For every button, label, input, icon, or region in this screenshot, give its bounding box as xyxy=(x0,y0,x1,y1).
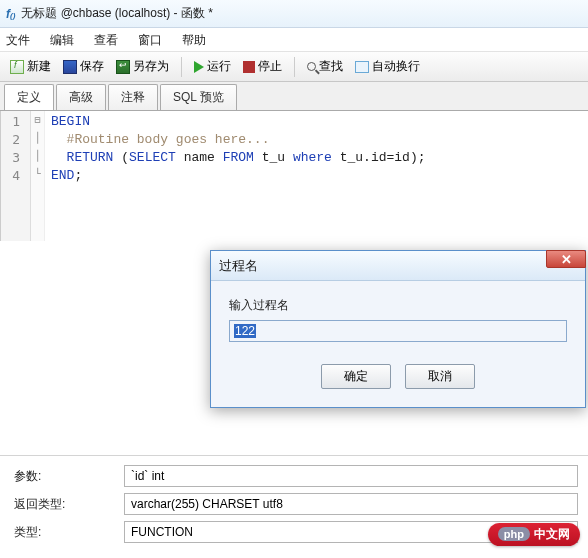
app-icon: f() xyxy=(6,7,15,21)
save-button[interactable]: 保存 xyxy=(59,56,108,77)
wrap-label: 自动换行 xyxy=(372,58,420,75)
type-label: 类型: xyxy=(14,524,124,541)
window-title: 无标题 @chbase (localhost) - 函数 * xyxy=(21,5,213,22)
menu-view[interactable]: 查看 xyxy=(94,32,118,49)
wrap-icon xyxy=(355,61,369,73)
save-icon xyxy=(63,60,77,74)
close-icon: ✕ xyxy=(561,252,572,267)
saveas-label: 另存为 xyxy=(133,58,169,75)
cancel-button[interactable]: 取消 xyxy=(405,364,475,389)
play-icon xyxy=(194,61,204,73)
dialog-close-button[interactable]: ✕ xyxy=(546,250,586,268)
kw-begin: BEGIN xyxy=(51,114,90,129)
saveas-icon xyxy=(116,60,130,74)
bottom-panel: 参数: `id` int 返回类型: varchar(255) CHARSET … xyxy=(0,455,588,558)
run-label: 运行 xyxy=(207,58,231,75)
params-row: 参数: `id` int xyxy=(14,462,578,490)
tab-strip: 定义 高级 注释 SQL 预览 xyxy=(0,82,588,111)
window-titlebar: f() 无标题 @chbase (localhost) - 函数 * xyxy=(0,0,588,28)
params-value: `id` int xyxy=(131,469,164,483)
dialog-buttons: 确定 取消 xyxy=(229,364,567,389)
kw-select: SELECT xyxy=(129,150,176,165)
procedure-name-input[interactable]: 122 xyxy=(229,320,567,342)
code-body[interactable]: BEGIN #Routine body goes here... RETURN … xyxy=(45,111,588,241)
toolbar-separator xyxy=(181,57,182,77)
kw-where: where xyxy=(293,150,332,165)
dialog-titlebar[interactable]: 过程名 ✕ xyxy=(211,251,585,281)
dialog-title: 过程名 xyxy=(219,257,258,275)
stop-label: 停止 xyxy=(258,58,282,75)
menu-edit[interactable]: 编辑 xyxy=(50,32,74,49)
kw-return: RETURN xyxy=(67,150,114,165)
rettype-value: varchar(255) CHARSET utf8 xyxy=(131,497,283,511)
type-value: FUNCTION xyxy=(131,525,193,539)
rettype-input[interactable]: varchar(255) CHARSET utf8 xyxy=(124,493,578,515)
code-semi: ; xyxy=(418,150,426,165)
line-gutter: 1234 xyxy=(1,111,31,241)
code-semi-2: ; xyxy=(74,168,82,183)
fold-gutter[interactable]: ⊟││└ xyxy=(31,111,45,241)
tab-sql[interactable]: SQL 预览 xyxy=(160,84,237,110)
new-icon xyxy=(10,60,24,74)
wrap-button[interactable]: 自动换行 xyxy=(351,56,424,77)
run-button[interactable]: 运行 xyxy=(190,56,235,77)
toolbar: 新建 保存 另存为 运行 停止 查找 自动换行 xyxy=(0,52,588,82)
params-input[interactable]: `id` int xyxy=(124,465,578,487)
params-label: 参数: xyxy=(14,468,124,485)
tab-comment[interactable]: 注释 xyxy=(108,84,158,110)
menu-file[interactable]: 文件 xyxy=(6,32,30,49)
tab-define[interactable]: 定义 xyxy=(4,84,54,110)
save-label: 保存 xyxy=(80,58,104,75)
rettype-row: 返回类型: varchar(255) CHARSET utf8 xyxy=(14,490,578,518)
menubar: 文件 编辑 查看 窗口 帮助 xyxy=(0,28,588,52)
find-button[interactable]: 查找 xyxy=(303,56,347,77)
new-button[interactable]: 新建 xyxy=(6,56,55,77)
stop-button[interactable]: 停止 xyxy=(239,56,286,77)
saveas-button[interactable]: 另存为 xyxy=(112,56,173,77)
dialog-label: 输入过程名 xyxy=(229,297,567,314)
search-icon xyxy=(307,62,316,71)
menu-help[interactable]: 帮助 xyxy=(182,32,206,49)
code-editor[interactable]: 1234 ⊟││└ BEGIN #Routine body goes here.… xyxy=(0,111,588,241)
new-label: 新建 xyxy=(27,58,51,75)
toolbar-separator-2 xyxy=(294,57,295,77)
code-comment: #Routine body goes here... xyxy=(67,132,270,147)
dialog-body: 输入过程名 122 确定 取消 xyxy=(211,281,585,407)
rettype-label: 返回类型: xyxy=(14,496,124,513)
procedure-name-dialog: 过程名 ✕ 输入过程名 122 确定 取消 xyxy=(210,250,586,408)
find-label: 查找 xyxy=(319,58,343,75)
menu-window[interactable]: 窗口 xyxy=(138,32,162,49)
kw-from: FROM xyxy=(223,150,254,165)
kw-end: END xyxy=(51,168,74,183)
php-badge: php xyxy=(498,527,530,541)
stop-icon xyxy=(243,61,255,73)
tab-advanced[interactable]: 高级 xyxy=(56,84,106,110)
site-badge: php中文网 xyxy=(488,523,580,546)
site-label: 中文网 xyxy=(534,527,570,541)
ok-button[interactable]: 确定 xyxy=(321,364,391,389)
procedure-name-value: 122 xyxy=(234,324,256,338)
